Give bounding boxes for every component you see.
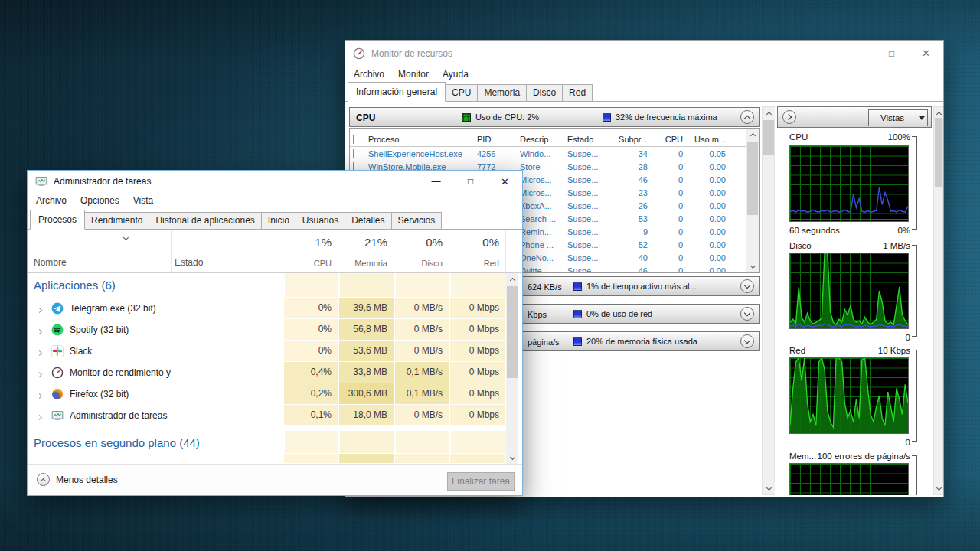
process-table-scrollbar[interactable] bbox=[746, 129, 759, 272]
row-checkbox[interactable] bbox=[353, 149, 354, 158]
tab-memoria[interactable]: Memoria bbox=[477, 84, 527, 101]
col-memoria[interactable]: 21%Memoria bbox=[338, 230, 394, 272]
resmon-menubar: Archivo Monitor Ayuda bbox=[347, 66, 943, 82]
resmon-panel-scrollbar[interactable] bbox=[933, 106, 943, 495]
scroll-up-button[interactable] bbox=[506, 273, 518, 285]
stat-cell: 0 MB/s bbox=[394, 405, 449, 426]
process-avg-cpu: 0.00 bbox=[689, 201, 732, 210]
maximize-button[interactable]: □ bbox=[874, 41, 909, 66]
scroll-down-button[interactable] bbox=[934, 482, 943, 494]
table-row[interactable]: Firefox (32 bit)0,2%300,6 MB0,1 MB/s0 Mb… bbox=[28, 383, 506, 405]
table-row[interactable]: Slack0%53,6 MB0 MB/s0 Mbps bbox=[28, 341, 506, 362]
col-subprocesos[interactable]: Subpr... bbox=[611, 135, 654, 144]
menu-ayuda[interactable]: Ayuda bbox=[436, 67, 475, 81]
minimize-button[interactable]: — bbox=[840, 41, 874, 66]
scroll-up-button[interactable] bbox=[746, 129, 759, 141]
menu-vista[interactable]: Vista bbox=[126, 194, 160, 207]
menu-archivo[interactable]: Archivo bbox=[29, 194, 74, 207]
tab-procesos[interactable]: Procesos bbox=[30, 210, 85, 230]
scrollbar-thumb[interactable] bbox=[935, 118, 942, 187]
resmon-titlebar[interactable]: Monitor de recursos — □ ✕ bbox=[345, 41, 943, 66]
dropdown-arrow-icon[interactable] bbox=[916, 110, 927, 126]
col-cpu[interactable]: CPU bbox=[654, 135, 689, 144]
expand-disk-button[interactable] bbox=[740, 279, 754, 293]
col-descripcion[interactable]: Descrip... bbox=[520, 135, 567, 144]
process-status bbox=[171, 383, 283, 405]
expand-network-button[interactable] bbox=[740, 307, 754, 321]
scroll-down-button[interactable] bbox=[506, 452, 518, 464]
menu-monitor[interactable]: Monitor bbox=[391, 67, 436, 81]
process-list-scrollbar[interactable] bbox=[506, 273, 518, 464]
col-proceso[interactable]: Proceso bbox=[368, 135, 477, 144]
minimize-button[interactable]: — bbox=[419, 171, 453, 192]
process-cpu: 0 bbox=[654, 227, 689, 236]
expand-panel-button[interactable] bbox=[782, 110, 796, 124]
col-uso-medio[interactable]: Uso m... bbox=[689, 135, 732, 144]
end-task-button[interactable]: Finalizar tarea bbox=[447, 472, 514, 491]
disk-summary: 1% de tiempo activo más al... bbox=[586, 282, 697, 291]
graph-title: Mem... bbox=[789, 452, 816, 461]
tab-red[interactable]: Red bbox=[562, 84, 593, 101]
table-row[interactable]: Spotify (32 bit)0%56,8 MB0 MB/s0 Mbps bbox=[28, 319, 506, 341]
tab-rendimiento[interactable]: Rendimiento bbox=[84, 212, 149, 229]
scroll-down-button[interactable] bbox=[746, 260, 759, 272]
resmon-main-scrollbar[interactable] bbox=[762, 106, 775, 495]
col-estado[interactable]: Estado bbox=[175, 257, 203, 268]
close-button[interactable]: ✕ bbox=[488, 171, 522, 192]
menu-opciones[interactable]: Opciones bbox=[74, 194, 126, 207]
group-header-row[interactable]: Procesos en segundo plano (44) bbox=[28, 431, 506, 454]
process-name: Slack bbox=[70, 346, 92, 357]
group-header-row[interactable]: Aplicaciones (6) bbox=[28, 273, 506, 298]
expand-chevron-icon[interactable] bbox=[38, 366, 43, 380]
col-disco[interactable]: 0%Disco bbox=[394, 230, 449, 272]
maximize-button[interactable]: □ bbox=[453, 171, 488, 192]
table-row[interactable]: Telegram.exe (32 bit)0%39,6 MB0 MB/s0 Mb… bbox=[28, 298, 506, 319]
scrollbar-thumb[interactable] bbox=[747, 142, 758, 215]
select-all-checkbox[interactable] bbox=[353, 135, 354, 144]
taskman-titlebar[interactable]: Administrador de tareas — □ ✕ bbox=[28, 171, 522, 192]
tab-informacion-general[interactable]: Información general bbox=[348, 82, 446, 102]
col-red[interactable]: 0%Red bbox=[449, 230, 505, 272]
scrollbar-thumb[interactable] bbox=[507, 286, 518, 378]
process-pid: 4256 bbox=[477, 149, 520, 158]
scroll-up-button[interactable] bbox=[763, 107, 775, 119]
close-button[interactable]: ✕ bbox=[909, 41, 943, 66]
table-row-clipped[interactable] bbox=[28, 454, 506, 464]
cpu-section-header[interactable]: CPU Uso de CPU: 2% 32% de frecuencia máx… bbox=[349, 107, 760, 127]
tab-detalles[interactable]: Detalles bbox=[345, 212, 391, 229]
expand-chevron-icon[interactable] bbox=[38, 323, 43, 337]
graph-scale-bracket bbox=[912, 455, 917, 495]
expand-chevron-icon[interactable] bbox=[38, 409, 43, 422]
process-status: Suspe... bbox=[567, 175, 611, 184]
col-estado[interactable]: Estado bbox=[567, 135, 611, 144]
expand-memory-button[interactable] bbox=[740, 334, 754, 348]
menu-archivo[interactable]: Archivo bbox=[347, 67, 391, 81]
tab-usuarios[interactable]: Usuarios bbox=[296, 212, 345, 229]
task-manager-window[interactable]: Administrador de tareas — □ ✕ Archivo Op… bbox=[27, 170, 523, 496]
table-row[interactable]: Administrador de tareas0,1%18,0 MB0 MB/s… bbox=[28, 405, 506, 426]
process-threads: 26 bbox=[611, 201, 654, 210]
col-nombre[interactable]: Nombre bbox=[34, 257, 67, 268]
tab-inicio[interactable]: Inicio bbox=[261, 212, 296, 229]
tab-servicios[interactable]: Servicios bbox=[391, 212, 443, 229]
expand-chevron-icon[interactable] bbox=[38, 387, 43, 401]
expand-chevron-icon[interactable] bbox=[38, 344, 43, 358]
table-row[interactable]: Monitor de rendimiento y recur...0,4%33,… bbox=[28, 362, 506, 383]
graph-footer-row: 60 segundos0% bbox=[789, 223, 932, 235]
process-status: Suspe... bbox=[567, 188, 611, 197]
collapse-cpu-button[interactable] bbox=[740, 110, 754, 124]
table-row[interactable]: ShellExperienceHost.exe4256Windo...Suspe… bbox=[350, 147, 759, 160]
tab-cpu[interactable]: CPU bbox=[445, 84, 478, 101]
chevron-right-icon bbox=[786, 114, 792, 120]
scrollbar-thumb[interactable] bbox=[763, 120, 774, 155]
expand-chevron-icon[interactable] bbox=[38, 302, 43, 315]
scroll-down-button[interactable] bbox=[763, 482, 775, 494]
tab-historial[interactable]: Historial de aplicaciones bbox=[149, 212, 261, 229]
process-name: Monitor de rendimiento y recur... bbox=[70, 367, 171, 378]
col-cpu[interactable]: 1%CPU bbox=[283, 230, 338, 272]
tab-disco[interactable]: Disco bbox=[526, 84, 563, 101]
stat-cell: 0 Mbps bbox=[449, 405, 505, 426]
less-details-button[interactable]: Menos detalles bbox=[37, 473, 118, 486]
views-dropdown[interactable]: Vistas bbox=[868, 109, 928, 126]
col-pid[interactable]: PID bbox=[477, 135, 520, 144]
